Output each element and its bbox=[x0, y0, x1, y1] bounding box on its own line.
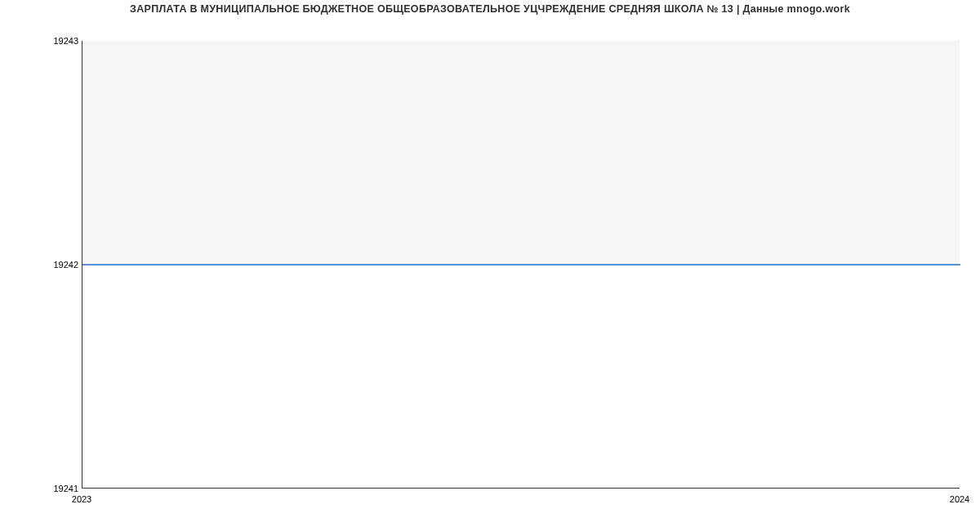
y-tick-label: 19241 bbox=[29, 484, 78, 493]
x-tick-label: 2023 bbox=[72, 494, 91, 504]
plot-area bbox=[82, 41, 960, 489]
data-line bbox=[82, 264, 960, 265]
chart-title: ЗАРПЛАТА В МУНИЦИПАЛЬНОЕ БЮДЖЕТНОЕ ОБЩЕО… bbox=[0, 0, 980, 15]
plot-lower-bg bbox=[82, 264, 960, 488]
x-tick-label: 2024 bbox=[950, 494, 969, 504]
y-tick-label: 19242 bbox=[29, 260, 78, 270]
y-tick-label: 19243 bbox=[29, 36, 78, 46]
